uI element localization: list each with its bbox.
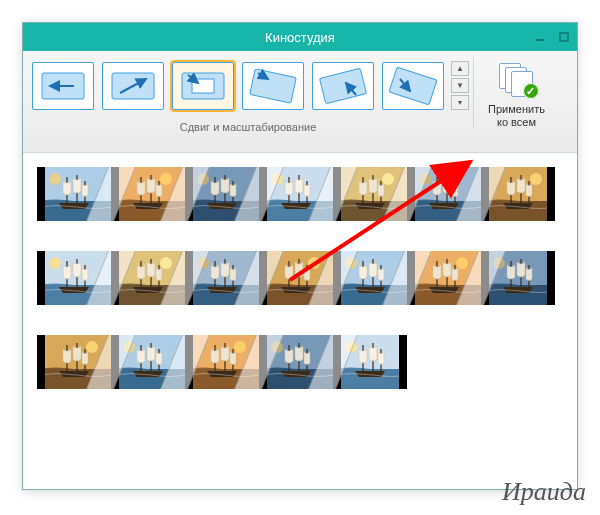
minimize-button[interactable] <box>533 30 547 44</box>
window-title: Киностудия <box>265 30 335 45</box>
svg-point-22 <box>160 173 172 185</box>
gallery-down-button[interactable]: ▼ <box>451 78 469 93</box>
apply-to-all-label: Применить ко всем <box>488 103 545 128</box>
apply-to-all-button[interactable]: ✓ Применить ко всем <box>473 57 551 128</box>
svg-point-16 <box>49 173 61 185</box>
svg-point-76 <box>308 257 320 269</box>
clip[interactable] <box>481 167 555 221</box>
ribbon: ▲ ▼ ▾ Сдвиг и масштабирование ✓ Применит… <box>23 51 577 153</box>
window-controls <box>533 23 571 51</box>
timeline-area[interactable] <box>23 153 577 389</box>
effects-group: ▲ ▼ ▾ Сдвиг и масштабирование <box>27 57 469 133</box>
effect-pan-left[interactable] <box>32 62 94 110</box>
gallery-scroll: ▲ ▼ ▾ <box>451 61 469 111</box>
gallery-up-button[interactable]: ▲ <box>451 61 469 76</box>
app-window: Киностудия ▲ ▼ ▾ Сдвиг и масштабирование <box>22 22 578 490</box>
group-label: Сдвиг и масштабирование <box>180 121 317 133</box>
clip[interactable] <box>481 251 555 305</box>
titlebar: Киностудия <box>23 23 577 51</box>
track-1[interactable] <box>37 167 577 221</box>
svg-point-40 <box>382 173 394 185</box>
track-2[interactable] <box>37 251 577 305</box>
svg-rect-13 <box>389 67 437 105</box>
effect-zoom-in-arrow[interactable] <box>172 62 234 110</box>
svg-point-58 <box>49 257 61 269</box>
svg-point-52 <box>530 173 542 185</box>
svg-rect-11 <box>319 68 366 103</box>
apply-to-all-icon: ✓ <box>497 61 537 97</box>
svg-rect-9 <box>250 69 296 103</box>
effect-rotate-up[interactable] <box>312 62 374 110</box>
svg-point-88 <box>456 257 468 269</box>
effect-rotate-down[interactable] <box>382 62 444 110</box>
effects-gallery <box>27 57 449 111</box>
svg-rect-1 <box>560 33 568 41</box>
gallery-more-button[interactable]: ▾ <box>451 95 469 110</box>
signature-watermark: Ираида <box>502 477 586 507</box>
effect-rotate-forward[interactable] <box>242 62 304 110</box>
track-3[interactable] <box>37 335 577 389</box>
clip[interactable] <box>333 335 407 389</box>
effect-pan-expand[interactable] <box>102 62 164 110</box>
maximize-button[interactable] <box>557 30 571 44</box>
svg-point-100 <box>86 341 98 353</box>
svg-point-64 <box>160 257 172 269</box>
svg-point-112 <box>234 341 246 353</box>
